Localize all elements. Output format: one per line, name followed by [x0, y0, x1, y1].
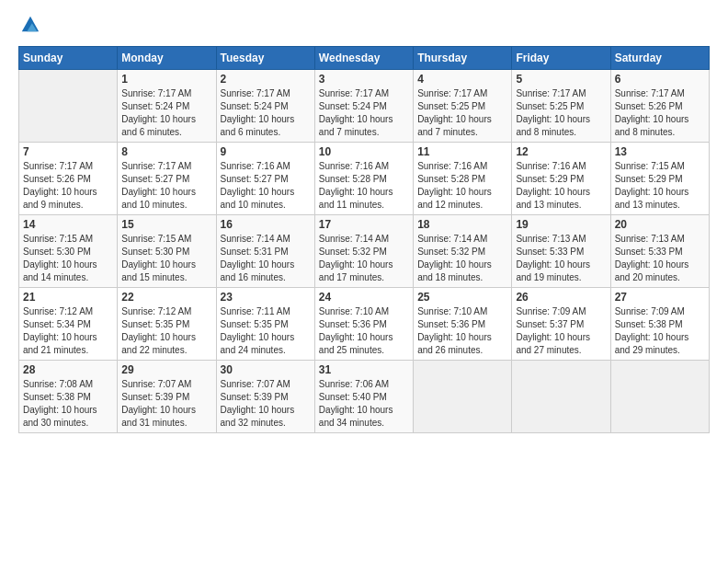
day-info: Sunrise: 7:15 AMSunset: 5:29 PMDaylight:…	[615, 160, 705, 212]
day-number: 27	[615, 291, 705, 304]
calendar-cell: 30Sunrise: 7:07 AMSunset: 5:39 PMDayligh…	[216, 361, 314, 433]
day-info: Sunrise: 7:10 AMSunset: 5:36 PMDaylight:…	[417, 305, 507, 357]
day-number: 23	[221, 291, 311, 304]
day-info: Sunrise: 7:17 AMSunset: 5:26 PMDaylight:…	[615, 87, 705, 139]
day-info: Sunrise: 7:17 AMSunset: 5:24 PMDaylight:…	[121, 87, 211, 139]
day-number: 17	[319, 218, 409, 231]
calendar-week-4: 21Sunrise: 7:12 AMSunset: 5:34 PMDayligh…	[19, 288, 710, 361]
day-number: 12	[516, 145, 606, 158]
calendar-cell: 14Sunrise: 7:15 AMSunset: 5:30 PMDayligh…	[19, 215, 118, 288]
day-number: 14	[23, 218, 113, 231]
day-number: 2	[221, 73, 311, 86]
day-info: Sunrise: 7:07 AMSunset: 5:39 PMDaylight:…	[221, 378, 311, 430]
day-info: Sunrise: 7:12 AMSunset: 5:34 PMDaylight:…	[23, 305, 113, 357]
weekday-header-row: SundayMondayTuesdayWednesdayThursdayFrid…	[19, 47, 710, 70]
day-info: Sunrise: 7:16 AMSunset: 5:27 PMDaylight:…	[221, 160, 311, 212]
calendar-week-5: 28Sunrise: 7:08 AMSunset: 5:38 PMDayligh…	[19, 361, 710, 433]
day-info: Sunrise: 7:12 AMSunset: 5:35 PMDaylight:…	[121, 305, 211, 357]
day-info: Sunrise: 7:17 AMSunset: 5:27 PMDaylight:…	[121, 160, 211, 212]
day-info: Sunrise: 7:09 AMSunset: 5:38 PMDaylight:…	[615, 305, 705, 357]
logo	[18, 15, 44, 39]
day-info: Sunrise: 7:15 AMSunset: 5:30 PMDaylight:…	[23, 233, 113, 284]
calendar-cell: 7Sunrise: 7:17 AMSunset: 5:26 PMDaylight…	[19, 143, 118, 215]
day-info: Sunrise: 7:16 AMSunset: 5:28 PMDaylight:…	[417, 160, 507, 212]
day-number: 11	[417, 145, 507, 158]
weekday-header-saturday: Saturday	[610, 47, 709, 70]
logo-icon	[20, 15, 40, 35]
calendar-cell: 9Sunrise: 7:16 AMSunset: 5:27 PMDaylight…	[216, 143, 314, 215]
calendar-cell: 29Sunrise: 7:07 AMSunset: 5:39 PMDayligh…	[118, 361, 216, 433]
weekday-header-friday: Friday	[512, 47, 610, 70]
day-info: Sunrise: 7:08 AMSunset: 5:38 PMDaylight:…	[23, 378, 113, 430]
day-info: Sunrise: 7:10 AMSunset: 5:36 PMDaylight:…	[319, 305, 409, 357]
day-number: 10	[319, 145, 409, 158]
calendar-cell: 1Sunrise: 7:17 AMSunset: 5:24 PMDaylight…	[118, 70, 216, 143]
calendar-cell: 28Sunrise: 7:08 AMSunset: 5:38 PMDayligh…	[19, 361, 118, 433]
day-info: Sunrise: 7:17 AMSunset: 5:25 PMDaylight:…	[417, 87, 507, 139]
calendar-week-3: 14Sunrise: 7:15 AMSunset: 5:30 PMDayligh…	[19, 215, 710, 288]
calendar-cell: 23Sunrise: 7:11 AMSunset: 5:35 PMDayligh…	[216, 288, 314, 361]
day-number: 20	[615, 218, 705, 231]
day-number: 1	[121, 73, 211, 86]
day-number: 29	[121, 363, 211, 376]
day-number: 19	[516, 218, 606, 231]
day-number: 6	[615, 73, 705, 86]
day-number: 15	[121, 218, 211, 231]
day-info: Sunrise: 7:16 AMSunset: 5:28 PMDaylight:…	[319, 160, 409, 212]
day-number: 31	[319, 363, 409, 376]
calendar-cell: 6Sunrise: 7:17 AMSunset: 5:26 PMDaylight…	[610, 70, 709, 143]
calendar-cell: 3Sunrise: 7:17 AMSunset: 5:24 PMDaylight…	[314, 70, 413, 143]
day-number: 21	[23, 291, 113, 304]
day-info: Sunrise: 7:14 AMSunset: 5:32 PMDaylight:…	[417, 233, 507, 284]
weekday-header-sunday: Sunday	[19, 47, 118, 70]
day-number: 3	[319, 73, 409, 86]
day-number: 30	[221, 363, 311, 376]
calendar-cell	[414, 361, 512, 433]
day-number: 8	[121, 145, 211, 158]
day-info: Sunrise: 7:17 AMSunset: 5:24 PMDaylight:…	[221, 87, 311, 139]
weekday-header-thursday: Thursday	[414, 47, 512, 70]
weekday-header-wednesday: Wednesday	[314, 47, 413, 70]
calendar-cell	[512, 361, 610, 433]
calendar-table: SundayMondayTuesdayWednesdayThursdayFrid…	[18, 46, 710, 433]
day-number: 25	[417, 291, 507, 304]
day-number: 24	[319, 291, 409, 304]
day-info: Sunrise: 7:17 AMSunset: 5:26 PMDaylight:…	[23, 160, 113, 212]
day-info: Sunrise: 7:17 AMSunset: 5:25 PMDaylight:…	[516, 87, 606, 139]
day-info: Sunrise: 7:17 AMSunset: 5:24 PMDaylight:…	[319, 87, 409, 139]
day-number: 4	[417, 73, 507, 86]
day-info: Sunrise: 7:09 AMSunset: 5:37 PMDaylight:…	[516, 305, 606, 357]
day-info: Sunrise: 7:11 AMSunset: 5:35 PMDaylight:…	[221, 305, 311, 357]
day-number: 5	[516, 73, 606, 86]
calendar-cell	[610, 361, 709, 433]
day-info: Sunrise: 7:13 AMSunset: 5:33 PMDaylight:…	[615, 233, 705, 284]
calendar-cell: 26Sunrise: 7:09 AMSunset: 5:37 PMDayligh…	[512, 288, 610, 361]
day-number: 22	[121, 291, 211, 304]
calendar-cell: 10Sunrise: 7:16 AMSunset: 5:28 PMDayligh…	[314, 143, 413, 215]
calendar-cell: 2Sunrise: 7:17 AMSunset: 5:24 PMDaylight…	[216, 70, 314, 143]
weekday-header-monday: Monday	[118, 47, 216, 70]
calendar-cell: 11Sunrise: 7:16 AMSunset: 5:28 PMDayligh…	[414, 143, 512, 215]
day-info: Sunrise: 7:16 AMSunset: 5:29 PMDaylight:…	[516, 160, 606, 212]
calendar-week-1: 1Sunrise: 7:17 AMSunset: 5:24 PMDaylight…	[19, 70, 710, 143]
calendar-cell: 31Sunrise: 7:06 AMSunset: 5:40 PMDayligh…	[314, 361, 413, 433]
day-number: 7	[23, 145, 113, 158]
calendar-week-2: 7Sunrise: 7:17 AMSunset: 5:26 PMDaylight…	[19, 143, 710, 215]
calendar-cell: 12Sunrise: 7:16 AMSunset: 5:29 PMDayligh…	[512, 143, 610, 215]
calendar-cell: 27Sunrise: 7:09 AMSunset: 5:38 PMDayligh…	[610, 288, 709, 361]
weekday-header-tuesday: Tuesday	[216, 47, 314, 70]
calendar-cell: 15Sunrise: 7:15 AMSunset: 5:30 PMDayligh…	[118, 215, 216, 288]
calendar-cell: 16Sunrise: 7:14 AMSunset: 5:31 PMDayligh…	[216, 215, 314, 288]
day-number: 16	[221, 218, 311, 231]
day-number: 13	[615, 145, 705, 158]
day-number: 9	[221, 145, 311, 158]
calendar-cell: 21Sunrise: 7:12 AMSunset: 5:34 PMDayligh…	[19, 288, 118, 361]
calendar-cell: 20Sunrise: 7:13 AMSunset: 5:33 PMDayligh…	[610, 215, 709, 288]
calendar-cell: 22Sunrise: 7:12 AMSunset: 5:35 PMDayligh…	[118, 288, 216, 361]
day-number: 26	[516, 291, 606, 304]
calendar-cell: 4Sunrise: 7:17 AMSunset: 5:25 PMDaylight…	[414, 70, 512, 143]
day-info: Sunrise: 7:06 AMSunset: 5:40 PMDaylight:…	[319, 378, 409, 430]
calendar-cell: 24Sunrise: 7:10 AMSunset: 5:36 PMDayligh…	[314, 288, 413, 361]
calendar-cell: 18Sunrise: 7:14 AMSunset: 5:32 PMDayligh…	[414, 215, 512, 288]
calendar-cell: 13Sunrise: 7:15 AMSunset: 5:29 PMDayligh…	[610, 143, 709, 215]
